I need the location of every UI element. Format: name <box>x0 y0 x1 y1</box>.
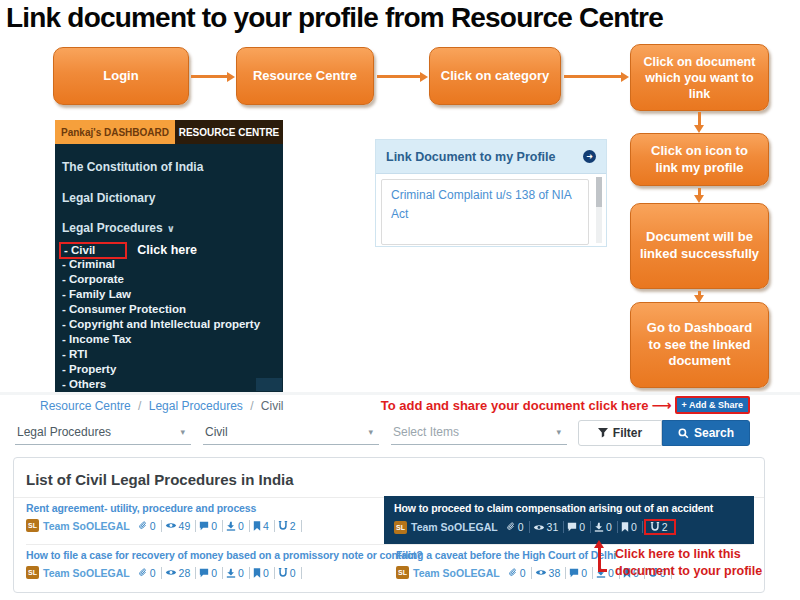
link-profile-stat[interactable]: 2 <box>647 521 673 533</box>
sidebar-item-constitution[interactable]: The Constitution of India <box>62 160 203 174</box>
comments-stat: 0 <box>196 520 223 532</box>
category-dropdown[interactable]: Legal Procedures ▾ <box>15 421 191 445</box>
views-stat: 28 <box>162 567 197 579</box>
soolegal-logo: SL <box>396 566 409 579</box>
attachments-stat: 0 <box>135 520 162 532</box>
breadcrumb-legal-procedures[interactable]: Legal Procedures <box>149 399 243 413</box>
comment-icon <box>199 568 209 578</box>
comments-stat: 0 <box>196 567 223 579</box>
link-profile-icon <box>278 568 288 578</box>
views-stat: 49 <box>162 520 197 532</box>
soolegal-logo: SL <box>26 566 39 579</box>
submenu-item-income-tax[interactable]: - Income Tax <box>62 332 260 347</box>
flow-arrow-right-icon <box>564 75 621 78</box>
link-profile-stat[interactable]: 0 <box>275 567 302 579</box>
funnel-icon <box>598 428 608 438</box>
sidebar-item-legal-dictionary[interactable]: Legal Dictionary <box>62 191 155 205</box>
link-panel-title: Link Document to my Profile <box>386 150 555 164</box>
document-stats: SL Team SoOLEGAL 0 49 0 0 4 2 <box>26 519 302 532</box>
bookmarks-stat: 0 <box>250 567 275 579</box>
flow-arrow-right-icon <box>191 75 227 78</box>
flow-step-click-document: Click on document which you want to link <box>630 44 769 111</box>
subcategory-dropdown[interactable]: Civil ▾ <box>203 421 379 445</box>
download-icon <box>594 522 604 532</box>
document-title-link[interactable]: How to file a case for recovery of money… <box>26 549 422 561</box>
download-icon <box>226 521 236 531</box>
document-title-link[interactable]: Rent agreement- utility, procedure and p… <box>26 502 302 514</box>
eye-icon <box>165 568 177 577</box>
breadcrumb: Resource Centre / Legal Procedures / Civ… <box>40 399 284 413</box>
bookmark-icon <box>253 521 261 531</box>
paperclip-icon <box>508 568 518 578</box>
comment-icon <box>199 521 209 531</box>
paperclip-icon <box>138 521 148 531</box>
linked-document-item[interactable]: Criminal Complaint u/s 138 of NIA Act <box>381 179 589 245</box>
page-title: Link document to your profile from Resou… <box>6 2 663 34</box>
scrollbar-thumb[interactable] <box>596 177 602 207</box>
eye-icon <box>165 521 177 530</box>
arrow-circle-icon[interactable]: ➜ <box>583 150 596 163</box>
tutorial-page: Link document to your profile from Resou… <box>0 0 800 600</box>
submenu-item-family-law[interactable]: - Family Law <box>62 287 260 302</box>
search-button[interactable]: Search <box>662 420 750 446</box>
click-here-annotation: Click here <box>137 243 197 257</box>
link-profile-stat[interactable]: 2 <box>275 520 302 532</box>
document-stats: SL Team SoOLEGAL 0 28 0 0 0 0 <box>26 566 422 579</box>
submenu-item-corporate[interactable]: - Corporate <box>62 272 260 287</box>
link-profile-icon <box>650 522 660 532</box>
chevron-down-icon: ∨ <box>167 223 175 234</box>
document-row: Rent agreement- utility, procedure and p… <box>26 502 302 532</box>
search-icon <box>678 428 689 439</box>
breadcrumb-separator: / <box>250 399 253 413</box>
bookmarks-stat: 0 <box>618 521 643 533</box>
comments-stat: 0 <box>564 521 591 533</box>
paperclip-icon <box>506 522 516 532</box>
tab-resource-centre[interactable]: RESOURCE CENTRE <box>175 120 283 144</box>
filter-button[interactable]: Filter <box>578 420 662 446</box>
author-link[interactable]: Team SoOLEGAL <box>413 567 500 579</box>
submenu-item-property[interactable]: - Property <box>62 362 260 377</box>
divider <box>26 544 752 545</box>
views-stat: 38 <box>532 567 567 579</box>
sidebar-item-legal-procedures[interactable]: Legal Procedures∨ <box>62 221 175 235</box>
list-heading: List of Civil Legal Procedures in India <box>26 471 294 488</box>
flow-arrow-right-icon <box>377 75 420 78</box>
flow-step-click-category: Click on category <box>429 47 561 105</box>
submenu-item-criminal[interactable]: - Criminal <box>62 257 260 272</box>
author-link[interactable]: Team SoOLEGAL <box>411 521 498 533</box>
document-title-link[interactable]: How to proceed to claim compensation ari… <box>394 502 744 514</box>
flow-step-login: Login <box>53 47 189 105</box>
add-share-annotation-text: To add and share your document click her… <box>381 398 649 413</box>
soolegal-logo: SL <box>394 521 407 534</box>
submenu-item-copyright[interactable]: - Copyright and Intellectual property <box>62 317 260 332</box>
flow-step-linked-success: Document will be linked successfully <box>630 203 769 289</box>
bookmark-icon <box>253 568 261 578</box>
eye-icon <box>533 523 545 532</box>
downloads-stat: 0 <box>223 567 250 579</box>
scrollbar[interactable] <box>596 177 602 243</box>
dropdown-caret-icon: ▾ <box>368 427 373 437</box>
red-arrow-icon: ⟶ <box>651 398 671 412</box>
sidebar-tabs: Pankaj's DASHBOARD RESOURCE CENTRE <box>55 120 283 144</box>
paperclip-icon <box>138 568 148 578</box>
author-link[interactable]: Team SoOLEGAL <box>43 567 130 579</box>
link-icon-highlight-box: 2 <box>644 519 676 535</box>
author-link[interactable]: Team SoOLEGAL <box>43 520 130 532</box>
link-document-panel: Link Document to my Profile ➜ Criminal C… <box>375 139 607 247</box>
red-up-arrow-icon <box>598 547 601 572</box>
flow-step-resource-centre: Resource Centre <box>236 47 374 105</box>
document-row: How to file a case for recovery of money… <box>26 549 422 579</box>
items-dropdown[interactable]: Select Items ▾ <box>391 421 567 445</box>
submenu-item-others[interactable]: - Others <box>62 377 260 392</box>
submenu-item-civil[interactable]: - CivilClick here <box>62 242 260 257</box>
attachments-stat: 0 <box>505 567 532 579</box>
views-stat: 31 <box>530 521 565 533</box>
tab-pankaj-dashboard[interactable]: Pankaj's DASHBOARD <box>55 120 175 144</box>
dropdown-caret-icon: ▾ <box>180 427 185 437</box>
submenu-item-rti[interactable]: - RTI <box>62 347 260 362</box>
add-share-button[interactable]: + Add & Share <box>675 396 750 414</box>
breadcrumb-resource-centre[interactable]: Resource Centre <box>40 399 131 413</box>
submenu-item-consumer-protection[interactable]: - Consumer Protection <box>62 302 260 317</box>
bookmarks-stat: 4 <box>250 520 275 532</box>
comment-icon <box>569 568 579 578</box>
